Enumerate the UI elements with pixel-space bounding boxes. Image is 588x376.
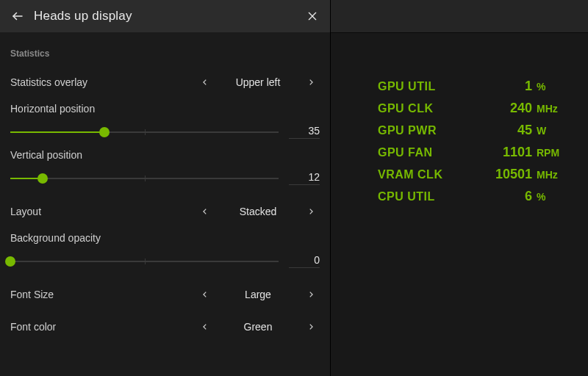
hud-stat-unit: MHz [537, 169, 562, 181]
hud-stat-unit: RPM [537, 147, 562, 159]
value-font-color: Green [214, 321, 302, 333]
vpos-thumb[interactable] [37, 173, 48, 184]
bgopacity-value[interactable]: 0 [289, 254, 320, 268]
bgopacity-tick [145, 258, 146, 264]
arrow-left-icon [11, 10, 24, 23]
overlay-next-button[interactable] [302, 73, 320, 91]
back-button[interactable] [10, 9, 25, 24]
settings-panel: Heads up display Statistics Statistics o… [0, 0, 331, 376]
hud-stats-overlay: GPU UTIL1%GPU CLK240MHzGPU PWR45WGPU FAN… [378, 79, 562, 204]
slider-vertical-position[interactable]: 12 [10, 171, 320, 185]
section-statistics: Statistics [10, 48, 320, 59]
hud-stat-row: GPU CLK240MHz [378, 101, 562, 116]
preview-header-bar [331, 0, 588, 32]
hud-stat-value: 1101 [503, 145, 532, 160]
hud-stat-label: GPU PWR [378, 124, 517, 137]
hud-stat-value: 1 [525, 79, 532, 94]
preview-pane: GPU UTIL1%GPU CLK240MHzGPU PWR45WGPU FAN… [331, 0, 588, 376]
preview-body: GPU UTIL1%GPU CLK240MHzGPU PWR45WGPU FAN… [331, 32, 588, 376]
hpos-tick [145, 129, 146, 135]
fontsize-prev-button[interactable] [196, 286, 214, 303]
vpos-value[interactable]: 12 [289, 171, 320, 185]
value-layout: Stacked [214, 206, 302, 217]
block-background-opacity: Background opacity 0 [10, 232, 320, 268]
label-font-color: Font color [10, 321, 196, 333]
chevron-right-icon [307, 206, 315, 217]
chevron-left-icon [201, 289, 209, 300]
vpos-track[interactable] [10, 178, 279, 179]
hud-stat-row: VRAM CLK10501MHz [378, 167, 562, 182]
fontsize-next-button[interactable] [302, 286, 320, 303]
hud-stat-value: 45 [517, 123, 532, 138]
hud-stat-row: GPU FAN1101RPM [378, 145, 562, 160]
hud-stat-unit: % [537, 81, 562, 93]
chevron-right-icon [307, 322, 315, 332]
close-icon [306, 10, 318, 22]
slider-horizontal-position[interactable]: 35 [10, 125, 320, 139]
row-statistics-overlay: Statistics overlay Upper left [10, 66, 320, 98]
bgopacity-track[interactable] [10, 261, 279, 262]
label-background-opacity: Background opacity [10, 232, 320, 244]
fontcolor-next-button[interactable] [302, 318, 320, 336]
label-layout: Layout [10, 206, 196, 217]
label-statistics-overlay: Statistics overlay [10, 76, 196, 88]
bgopacity-thumb[interactable] [5, 256, 15, 267]
hud-stat-label: GPU CLK [378, 102, 510, 115]
value-font-size: Large [214, 289, 302, 300]
hud-stat-unit: MHz [537, 103, 562, 115]
overlay-prev-button[interactable] [196, 73, 214, 91]
hud-stat-label: VRAM CLK [378, 168, 495, 181]
value-statistics-overlay: Upper left [214, 76, 302, 88]
block-horizontal-position: Horizontal position 35 [10, 103, 320, 139]
hud-stat-value: 240 [510, 101, 532, 116]
row-layout: Layout Stacked [10, 195, 320, 228]
chevron-right-icon [307, 77, 315, 87]
hud-stat-value: 6 [525, 189, 532, 204]
hud-stat-unit: % [537, 191, 562, 203]
hpos-thumb[interactable] [99, 127, 110, 137]
hpos-track[interactable] [10, 131, 279, 133]
panel-body: Statistics Statistics overlay Upper left… [0, 32, 330, 376]
label-vertical-position: Vertical position [10, 149, 320, 161]
hud-stat-row: GPU PWR45W [378, 123, 562, 138]
hpos-value[interactable]: 35 [289, 125, 320, 139]
close-button[interactable] [305, 9, 320, 24]
hud-stat-unit: W [537, 125, 562, 137]
chevron-left-icon [201, 322, 209, 332]
slider-background-opacity[interactable]: 0 [10, 254, 320, 268]
titlebar: Heads up display [0, 0, 330, 32]
chevron-right-icon [307, 289, 315, 300]
hud-stat-label: GPU UTIL [378, 80, 525, 93]
panel-title: Heads up display [34, 9, 305, 24]
vpos-tick [145, 176, 146, 181]
chevron-left-icon [201, 77, 209, 87]
row-font-size: Font Size Large [10, 278, 320, 311]
hud-stat-label: CPU UTIL [378, 190, 525, 203]
layout-next-button[interactable] [302, 203, 320, 220]
label-font-size: Font Size [10, 289, 196, 300]
app-root: Heads up display Statistics Statistics o… [0, 0, 588, 376]
hud-stat-row: GPU UTIL1% [378, 79, 562, 94]
layout-prev-button[interactable] [196, 203, 214, 220]
hud-stat-label: GPU FAN [378, 146, 503, 159]
row-font-color: Font color Green [10, 311, 320, 343]
label-horizontal-position: Horizontal position [10, 103, 320, 115]
hpos-fill [10, 131, 104, 133]
hud-stat-row: CPU UTIL6% [378, 189, 562, 204]
hud-stat-value: 10501 [495, 167, 532, 182]
block-vertical-position: Vertical position 12 [10, 149, 320, 185]
chevron-left-icon [201, 206, 209, 217]
fontcolor-prev-button[interactable] [196, 318, 214, 336]
